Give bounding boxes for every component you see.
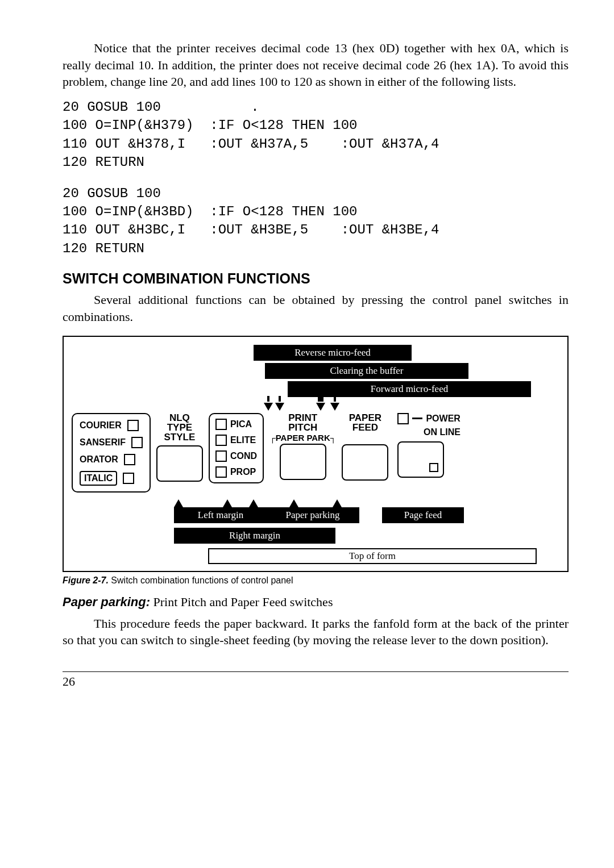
bar-right-margin: Right margin xyxy=(174,528,335,544)
key-nlq-style[interactable] xyxy=(156,445,203,482)
label-prop: PROP xyxy=(230,467,256,477)
section-heading: SWITCH COMBINATION FUNCTIONS xyxy=(63,270,569,287)
led-power xyxy=(397,413,409,424)
figure-control-panel: Reverse micro-feed Clearing the buffer F… xyxy=(63,336,569,572)
label-nlq-style: STYLE xyxy=(164,432,196,442)
label-courier: COURIER xyxy=(80,420,122,431)
led-orator xyxy=(124,454,135,465)
subsection-heading: Paper parking: Print Pitch and Paper Fee… xyxy=(63,595,569,610)
led-cond xyxy=(215,450,227,462)
label-feed: FEED xyxy=(349,423,381,432)
key-paper-feed[interactable] xyxy=(342,444,388,481)
label-online: ON LINE xyxy=(424,428,460,437)
label-nlq-type: TYPE xyxy=(164,423,196,432)
bar-paper-parking: Paper parking xyxy=(267,507,359,523)
figure-caption: Figure 2-7. Switch combination functions… xyxy=(63,575,569,586)
key-on-line[interactable] xyxy=(397,441,444,478)
section-paragraph: Several additional functions can be obta… xyxy=(63,291,569,325)
body-paragraph-2: This procedure feeds the paper backward.… xyxy=(63,615,569,649)
led-sanserif xyxy=(131,437,143,448)
key-print-pitch[interactable] xyxy=(280,444,326,480)
label-paper: PAPER xyxy=(349,413,381,423)
label-orator: ORATOR xyxy=(80,454,118,465)
label-paperpark: PAPER PARK xyxy=(276,433,330,443)
label-cond: COND xyxy=(230,451,257,461)
label-power: POWER xyxy=(426,414,460,423)
label-elite: ELITE xyxy=(230,435,256,445)
led-online xyxy=(429,463,438,472)
footer-rule xyxy=(63,671,569,672)
label-print: PRINT xyxy=(288,413,317,423)
bar-top-of-form: Top of form xyxy=(208,548,537,564)
led-pica xyxy=(215,419,227,430)
led-elite xyxy=(215,435,227,446)
code-listing-2: 20 GOSUB 100 100 O=INP(&H3BD) :IF O<128 … xyxy=(63,185,569,258)
label-print-pitch: PITCH xyxy=(288,423,317,432)
led-courier xyxy=(127,420,139,431)
bar-forward-microfeed: Forward micro-feed xyxy=(288,381,531,397)
led-italic xyxy=(123,473,134,484)
bar-left-margin: Left margin xyxy=(174,507,267,523)
label-sanserif: SANSERIF xyxy=(80,437,126,448)
intro-paragraph: Notice that the printer receives decimal… xyxy=(63,40,569,90)
page-number: 26 xyxy=(63,674,569,689)
led-prop xyxy=(215,466,227,478)
bar-page-feed: Page feed xyxy=(382,507,464,523)
bar-clearing-buffer: Clearing the buffer xyxy=(265,363,468,379)
pitch-box: PICA ELITE COND PROP xyxy=(209,413,264,483)
font-style-box: COURIER SANSERIF ORATOR ITALIC xyxy=(72,413,151,493)
code-listing-1: 20 GOSUB 100 . 100 O=INP(&H379) :IF O<12… xyxy=(63,98,569,172)
label-nlq: NLQ xyxy=(164,413,196,423)
bar-reverse-microfeed: Reverse micro-feed xyxy=(254,345,412,361)
label-pica: PICA xyxy=(230,419,252,429)
label-italic: ITALIC xyxy=(80,471,117,486)
